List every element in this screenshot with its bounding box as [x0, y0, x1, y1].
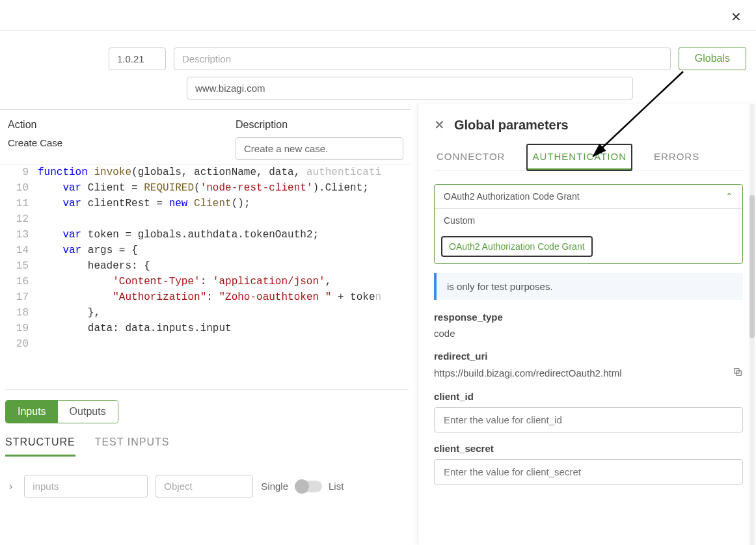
code-line[interactable]: 17 "Authorization": "Zoho-oauthtoken " +…	[0, 289, 411, 305]
tab-errors[interactable]: ERRORS	[651, 144, 702, 170]
client-secret-input[interactable]	[434, 459, 743, 485]
code-line[interactable]: 20	[0, 336, 411, 352]
redirect-uri-value: https://build.bizagi.com/redirectOauth2.…	[434, 367, 621, 379]
code-line[interactable]: 16 'Content-Type': 'application/json',	[0, 274, 411, 289]
action-value: Create Case	[8, 137, 223, 148]
subtab-test-inputs[interactable]: TEST INPUTS	[95, 436, 170, 457]
dropdown-option-custom[interactable]: Custom	[435, 209, 742, 232]
code-line[interactable]: 19 data: data.inputs.input	[0, 321, 411, 336]
code-line[interactable]: 13 var token = globals.authdata.tokenOau…	[0, 227, 411, 243]
code-line[interactable]: 18 },	[0, 305, 411, 321]
structure-name-field[interactable]: inputs	[24, 475, 148, 498]
io-pillgroup: Inputs Outputs	[5, 400, 118, 423]
code-line[interactable]: 11 var clientRest = new Client();	[0, 196, 411, 211]
divider	[0, 30, 756, 31]
response-type-value: code	[434, 328, 743, 339]
subtab-structure[interactable]: STRUCTURE	[5, 436, 75, 457]
scrollbar[interactable]	[749, 104, 755, 545]
top-toolbar: 1.0.21 Description Globals	[0, 47, 756, 70]
code-line[interactable]: 10 var Client = REQUIRED('node-rest-clie…	[0, 180, 411, 196]
toggle-list-label: List	[329, 481, 344, 492]
info-banner: is only for test purposes.	[434, 273, 743, 300]
client-id-label: client_id	[434, 391, 743, 402]
tab-inputs[interactable]: Inputs	[6, 401, 58, 423]
dropdown-option-oauth[interactable]: OAuth2 Authorization Code Grant	[441, 236, 593, 257]
global-parameters-panel: ✕ Global parameters CONNECTOR AUTHENTICA…	[418, 104, 756, 545]
action-label: Action	[8, 119, 223, 131]
copy-icon[interactable]	[733, 367, 743, 379]
structure-type-field[interactable]: Object	[155, 475, 253, 498]
chevron-right-icon[interactable]: ›	[5, 481, 16, 492]
action-description-field[interactable]: Create a new case.	[236, 137, 403, 160]
tab-authentication[interactable]: AUTHENTICATION	[527, 144, 632, 170]
client-secret-label: client_secret	[434, 443, 743, 454]
code-line[interactable]: 15 headers: {	[0, 258, 411, 274]
action-pane: Action Create Case Description Create a …	[0, 109, 411, 352]
panel-close-icon[interactable]: ✕	[434, 117, 445, 133]
io-panel: Inputs Outputs STRUCTURE TEST INPUTS › i…	[5, 389, 409, 498]
auth-type-dropdown[interactable]: OAuth2 Authorization Code Grant ⌃ Custom…	[434, 184, 743, 264]
code-line[interactable]: 14 var args = {	[0, 243, 411, 258]
panel-title: Global parameters	[454, 118, 569, 133]
url-row: www.bizagi.com	[0, 77, 756, 100]
chevron-up-icon: ⌃	[725, 191, 733, 202]
single-list-toggle[interactable]	[295, 481, 322, 492]
client-id-input[interactable]	[434, 407, 743, 432]
toggle-single-label: Single	[261, 481, 288, 492]
description-field[interactable]: Description	[174, 47, 671, 70]
redirect-uri-label: redirect_uri	[434, 351, 743, 362]
code-line[interactable]: 9function invoke(globals, actionName, da…	[0, 165, 411, 180]
globals-button[interactable]: Globals	[679, 47, 746, 70]
response-type-label: response_type	[434, 312, 743, 323]
tab-outputs[interactable]: Outputs	[58, 401, 118, 423]
tab-connector[interactable]: CONNECTOR	[434, 144, 507, 170]
code-editor[interactable]: 9function invoke(globals, actionName, da…	[0, 164, 411, 352]
dropdown-selected-label: OAuth2 Authorization Code Grant	[444, 191, 580, 202]
url-field[interactable]: www.bizagi.com	[187, 77, 633, 100]
code-line[interactable]: 12	[0, 211, 411, 227]
action-description-label: Description	[236, 119, 403, 131]
close-icon[interactable]: ✕	[731, 9, 742, 25]
version-field[interactable]: 1.0.21	[109, 47, 166, 70]
